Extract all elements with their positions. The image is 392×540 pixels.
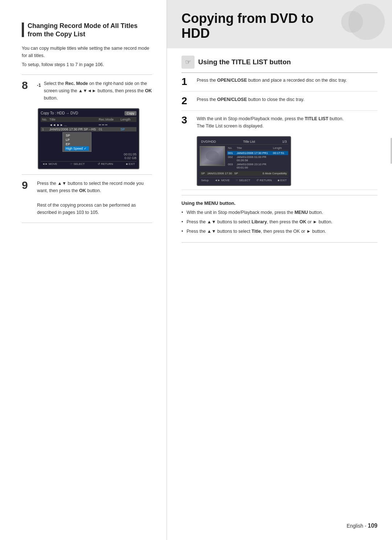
dropdown-lp: LP [65, 138, 89, 142]
screen-header: Copy To : HDD → DVD Copy [41, 111, 136, 115]
col-length: Length [121, 118, 135, 121]
dropdown-ep: EP [65, 142, 89, 146]
tl-footer: Setup ◄► MOVE ☞ SELECT ↺ RETURN ■ EXIT [200, 177, 288, 183]
step-8-bold2: OK [145, 88, 152, 93]
screen-dropdown: SP LP EP High Speed ✓ [62, 132, 91, 152]
right-header: Copying from DVD to HDD [167, 0, 392, 48]
step-9-item: 9 Press the ▲▼ buttons to select the rec… [22, 180, 152, 216]
dropdown-highspeed: High Speed ✓ [65, 146, 89, 151]
footer-label: English - [347, 523, 368, 529]
right-step-1: 1 Press the OPEN/CLOSE button and place … [181, 77, 377, 92]
copy-list-screen: Copy To : HDD → DVD Copy No. Title Rec.M… [38, 108, 139, 169]
tl-screen-header: DVD/HDD Title List 1/3 [200, 139, 288, 145]
title-list-screen: DVD/HDD Title List 1/3 [197, 136, 291, 186]
section-title: Changing Record Mode of All Titles from … [28, 22, 138, 39]
screen-row-blank: ◄◄ ►► ... •• •• •• [41, 123, 136, 127]
tl-thumbnail [200, 146, 225, 166]
menu-button-title: Using the MENU button. [181, 200, 377, 206]
step-9-bold: OK [79, 188, 86, 193]
col-title: Title [49, 118, 99, 121]
tl-info-bar: SP JAN/01/2006 17:30 SP E-Mode Compatibi… [200, 171, 288, 176]
editing-sidebar-tab: Editing [391, 138, 392, 164]
menu-bullet-3: Press the ▲▼ buttons to select Title, th… [181, 228, 377, 235]
menu-button-section: Using the MENU button. With the unit in … [181, 200, 377, 235]
step-3-number: 3 [181, 115, 193, 125]
tl-list-header: No. Title Length [227, 146, 288, 150]
step-2-number: 2 [181, 96, 193, 106]
screen-footer: ◄► MOVE ☞ SELECT ↺ RETURN ■ EXIT [41, 161, 136, 166]
left-section-heading: Changing Record Mode of All Titles from … [22, 22, 152, 39]
tl-header-left: DVD/HDD [201, 140, 216, 143]
col-recmode: Rec.Mode [99, 118, 121, 121]
step-8-item: 8 -1 Select the Rec. Mode on the right-h… [22, 80, 152, 102]
screen-copy-to: Copy To : HDD → DVD [41, 111, 78, 115]
tl-row-2: 002 JAN/01/2006 01:00 PR 00:26:58 [227, 155, 288, 162]
tl-body: No. Title Length 001 JAN/01/2006 17:30 P… [200, 146, 288, 170]
step-8-text-after: button. [44, 96, 58, 101]
divider-right-2 [181, 242, 377, 243]
footer-page: 109 [368, 523, 377, 529]
page-footer: English - 109 [347, 523, 377, 529]
page-container: Changing Record Mode of All Titles from … [0, 0, 392, 540]
menu-bullet-2: Press the ▲▼ buttons to select Library, … [181, 218, 377, 226]
step-8-content: Select the Rec. Mode on the right-hand s… [44, 80, 152, 102]
right-header-title: Copying from DVD to HDD [181, 11, 377, 41]
step-9-content: Press the ▲▼ buttons to select the recor… [37, 180, 152, 216]
step-3-row: 3 With the unit in Stop mode/Playback mo… [181, 115, 343, 130]
screen-row-1: 1 JAN/01/2006 17:30 PR SP→HS 01 SP [41, 127, 136, 131]
step-8-bold1: Rec. Mode [65, 81, 88, 86]
right-step-2: 2 Press the OPEN/CLOSE button to close t… [181, 96, 377, 111]
step-8-text-before: Select the [44, 81, 65, 86]
tl-row-1: 001 JAN/01/2006 17:30 PR1 00:17:51 [227, 151, 288, 155]
step-1-content: Press the OPEN/CLOSE button and place a … [197, 77, 347, 84]
section-icon-row: ☞ Using the TITLE LIST button [181, 56, 377, 73]
setup-note: To setup, follow steps 1 to 7 in page 10… [22, 62, 152, 67]
section-bar [22, 23, 24, 37]
tl-page-num: 1/3 [282, 140, 287, 143]
screen-copy-button: Copy [124, 111, 136, 115]
screen-time-info: 00:01:05 0.02 GB [41, 153, 136, 160]
col-no: No. [42, 118, 49, 121]
step-3-note: The Title List screen is displayed. [197, 123, 264, 129]
svg-point-3 [206, 151, 219, 161]
tl-row-3: 003 JAN/01/2006 23:10 PR 00:01:00 [227, 162, 288, 170]
dropdown-sp: SP [65, 133, 89, 138]
tl-header-title: Title List [243, 140, 255, 143]
divider-1 [22, 74, 152, 75]
divider-right-1 [181, 195, 377, 195]
section-icon-title: Using the TITLE LIST button [198, 58, 291, 66]
screen-table-header: No. Title Rec.Mode Length [41, 117, 136, 122]
divider-3 [22, 223, 152, 223]
step-9-text-after: button. [86, 188, 101, 193]
left-column: Changing Record Mode of All Titles from … [0, 0, 167, 540]
hand-icon: ☞ [181, 56, 195, 69]
step-8-number: 8 [22, 80, 35, 91]
step-2-content: Press the OPEN/CLOSE button to close the… [197, 96, 304, 103]
right-step-3: 3 With the unit in Stop mode/Playback mo… [181, 115, 377, 190]
step-9-number: 9 [22, 180, 35, 191]
right-column: Copying from DVD to HDD ☞ Using the TITL… [167, 0, 392, 540]
menu-bullet-list: With the unit in Stop mode/Playback mode… [181, 209, 377, 235]
menu-bullet-1: With the unit in Stop mode/Playback mode… [181, 209, 377, 216]
step-1-number: 1 [181, 77, 193, 87]
section-intro: You can copy multiple titles while setti… [22, 45, 152, 59]
svg-text:☞: ☞ [185, 58, 191, 66]
tl-list: No. Title Length 001 JAN/01/2006 17:30 P… [227, 146, 288, 170]
step-8-sub: -1 [37, 83, 41, 88]
step-3-content: With the unit in Stop mode/Playback mode… [197, 115, 343, 130]
step-9-note: Rest of the copying process can be perfo… [37, 203, 136, 215]
divider-2 [22, 174, 152, 175]
